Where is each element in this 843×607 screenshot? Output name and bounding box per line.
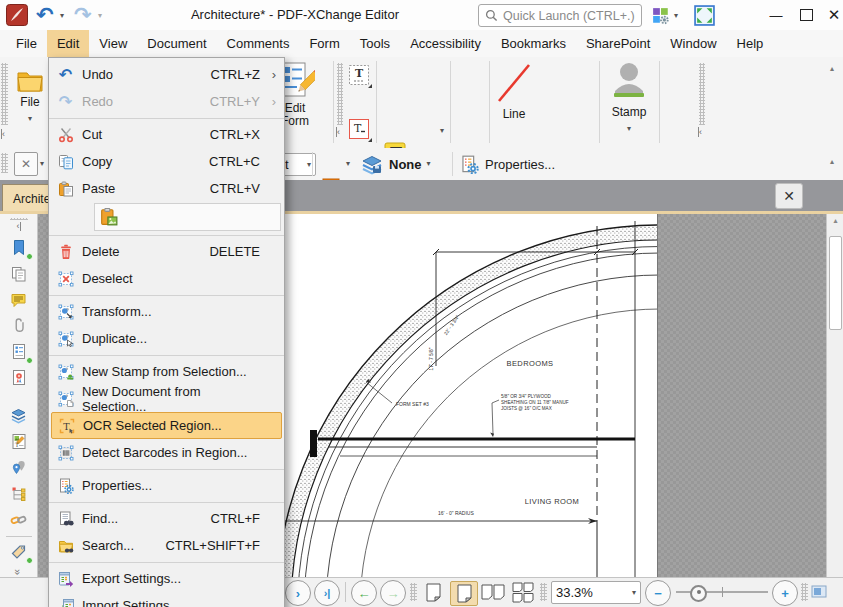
menu-item-deselect[interactable]: Deselect — [49, 265, 284, 292]
menu-item-new-stamp-from-selection[interactable]: New Stamp from Selection... — [49, 358, 284, 385]
links-panel-button[interactable] — [7, 507, 31, 533]
previous-view-button[interactable]: ← — [351, 580, 377, 606]
bookmarks-panel-button[interactable] — [7, 235, 31, 261]
zoom-level-combo[interactable]: 33.3% ▾ — [551, 581, 641, 604]
menu-item-paste[interactable]: Paste CTRL+V — [49, 175, 284, 202]
undo-dropdown-icon[interactable]: ▾ — [60, 12, 64, 20]
zoom-out-button[interactable]: − — [645, 580, 671, 606]
page-view-options-button[interactable] — [810, 583, 828, 599]
menu-item-find[interactable]: Find... CTRL+F — [49, 505, 284, 532]
file-toolbar-collapse-icon[interactable]: ‹ — [1, 129, 5, 139]
select-text-line-tool[interactable]: T — [346, 116, 372, 142]
statusbar-handle-2[interactable] — [540, 583, 547, 601]
sidebar-handle[interactable] — [10, 218, 28, 220]
statusbar-handle-3[interactable] — [801, 583, 808, 601]
comments-panel-button[interactable] — [7, 287, 31, 313]
fields-panel-button[interactable] — [7, 339, 31, 365]
stamp-tool-button[interactable]: Stamp ▾ — [603, 61, 655, 145]
layout-grid-button[interactable] — [510, 581, 536, 604]
quick-launch-input[interactable]: Quick Launch (CTRL+.) — [478, 4, 642, 27]
menu-item-export-settings[interactable]: Export Settings... — [49, 565, 284, 592]
undo-button[interactable]: ↶ — [36, 0, 54, 30]
spell-check-dropdown-icon[interactable]: ▾ — [440, 127, 444, 135]
zoom-in-button[interactable]: + — [772, 580, 798, 606]
folder-icon — [16, 69, 44, 93]
ui-options-dropdown-icon[interactable]: ▾ — [674, 12, 678, 20]
menu-item-new-document-from-selection[interactable]: New Document from Selection... — [49, 385, 284, 412]
main-toolbar-collapse-icon[interactable]: ▴ — [830, 65, 834, 73]
destinations-panel-button[interactable] — [7, 455, 31, 481]
barcode-icon — [57, 444, 74, 461]
menu-sharepoint[interactable]: SharePoint — [576, 30, 660, 57]
menu-window[interactable]: Window — [660, 30, 726, 57]
select-tools-collapse-icon[interactable]: ‹ — [336, 127, 340, 137]
menu-help[interactable]: Help — [727, 30, 774, 57]
content-panel-button[interactable]: T — [7, 429, 31, 455]
thumbnails-panel-button[interactable] — [7, 261, 31, 287]
menu-item-ocr-selected-region[interactable]: T OCR Selected Region... — [51, 412, 282, 439]
menu-comments[interactable]: Comments — [217, 30, 300, 57]
menu-bookmarks[interactable]: Bookmarks — [491, 30, 576, 57]
menu-item-cut[interactable]: Cut CTRL+X — [49, 121, 284, 148]
zoom-slider-thumb[interactable] — [690, 585, 707, 602]
layers-panel-button[interactable] — [7, 403, 31, 429]
sidebar-collapse-icon[interactable]: ‹ — [17, 222, 21, 231]
menu-form[interactable]: Form — [299, 30, 349, 57]
fullscreen-icon[interactable] — [694, 5, 715, 26]
attachments-panel-button[interactable] — [7, 313, 31, 339]
select-text-region-tool[interactable]: T — [346, 62, 372, 88]
line-tool-button[interactable]: Line — [493, 61, 535, 145]
menu-edit[interactable]: Edit — [47, 30, 89, 57]
signatures-panel-button[interactable] — [7, 365, 31, 391]
clear-selection-button[interactable]: ✕ — [14, 152, 38, 176]
menu-item-duplicate[interactable]: Duplicate... — [49, 325, 284, 352]
menu-document[interactable]: Document — [137, 30, 216, 57]
redo-dropdown-icon[interactable]: ▾ — [98, 12, 102, 20]
file-toolbar-handle[interactable] — [1, 63, 8, 125]
maximize-button[interactable] — [794, 3, 818, 27]
next-page-button[interactable]: › — [285, 580, 311, 606]
menu-item-redo[interactable]: ↷ Redo CTRL+Y › — [49, 88, 284, 115]
props-toolbar-handle[interactable] — [1, 153, 8, 173]
order-panel-button[interactable] — [7, 481, 31, 507]
ui-options-icon[interactable] — [652, 7, 670, 25]
menu-accessibility[interactable]: Accessibility — [400, 30, 491, 57]
layout-two-pages-button[interactable] — [480, 581, 506, 604]
next-view-button[interactable]: → — [380, 580, 406, 606]
close-button[interactable]: ✕ — [822, 3, 843, 27]
menu-item-undo[interactable]: ↶ Undo CTRL+Z › — [49, 61, 284, 88]
measure-tools-collapse-icon[interactable]: ‹ — [698, 127, 702, 137]
menu-view[interactable]: View — [89, 30, 137, 57]
menu-item-delete[interactable]: Delete DELETE — [49, 238, 284, 265]
menu-item-search[interactable]: Search... CTRL+SHIFT+F — [49, 532, 284, 559]
menu-item-transform[interactable]: Transform... — [49, 298, 284, 325]
menu-item-properties[interactable]: Properties... — [49, 472, 284, 499]
menu-item-copy[interactable]: Copy CTRL+C — [49, 148, 284, 175]
svg-text:T: T — [63, 420, 70, 431]
menu-tools[interactable]: Tools — [350, 30, 400, 57]
sidebar-more-icon[interactable]: » — [13, 569, 25, 573]
scroll-up-icon[interactable]: ▴ — [827, 214, 843, 228]
file-button[interactable]: File ▾ — [12, 61, 48, 145]
measure-tools-handle[interactable] — [699, 63, 705, 125]
vertical-scrollbar[interactable]: ▴ — [826, 214, 843, 577]
layout-single-page-button[interactable] — [420, 581, 446, 604]
menu-item-import-settings[interactable]: Import Settings... — [49, 592, 284, 607]
statusbar-handle-1[interactable] — [410, 583, 417, 601]
menu-item-detect-barcodes-in-region[interactable]: Detect Barcodes in Region... — [49, 439, 284, 466]
minimize-button[interactable]: — — [764, 3, 788, 27]
layout-continuous-button[interactable] — [450, 581, 478, 606]
last-page-button[interactable]: ›| — [314, 580, 340, 606]
select-tools-handle[interactable] — [337, 63, 343, 125]
clear-selection-dropdown-icon[interactable]: ▾ — [40, 160, 44, 168]
properties-button[interactable]: Properties... — [460, 152, 555, 176]
menu-file[interactable]: File — [6, 30, 47, 57]
redo-button[interactable]: ↷ — [74, 0, 92, 30]
paste-image-button[interactable] — [99, 207, 119, 227]
color-dropdown-icon[interactable]: ▾ — [346, 160, 350, 168]
scrollbar-thumb[interactable] — [829, 236, 842, 330]
props-toolbar-collapse-icon[interactable]: ▴ — [830, 158, 834, 166]
blend-mode-combo[interactable]: None ▾ — [360, 152, 431, 176]
tags-panel-button[interactable] — [7, 539, 31, 565]
close-pane-button[interactable]: ✕ — [775, 183, 803, 209]
